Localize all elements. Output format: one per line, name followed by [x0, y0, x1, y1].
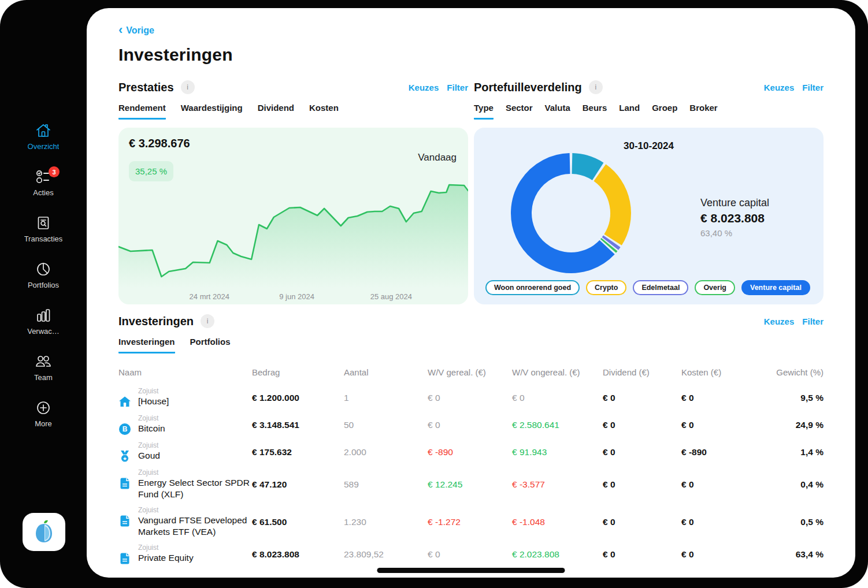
- table-row[interactable]: B Zojuist Bitcoin € 3.148.541 50 € 0 € 2…: [118, 411, 824, 438]
- asset-updated-label: Zojuist: [138, 441, 160, 449]
- allocation-donut-chart[interactable]: [507, 150, 635, 277]
- investments-table: Naam Bedrag Aantal W/V gereal. (€) W/V o…: [118, 362, 824, 568]
- svg-text:B: B: [123, 425, 128, 433]
- legend-chip-edelmetaal[interactable]: Edelmetaal: [633, 280, 688, 295]
- cell-gewicht: 24,9 %: [770, 420, 824, 430]
- sidebar-item-label: Acties: [33, 188, 53, 197]
- col-dividend: Dividend (€): [603, 367, 681, 377]
- medal-icon: ★: [118, 450, 131, 463]
- allocation-chart-card: 30-10-2024 Venture capital € 8.023.808 6…: [474, 128, 824, 304]
- tab-rendement[interactable]: Rendement: [118, 103, 166, 120]
- cell-bedrag: € 47.120: [252, 479, 344, 490]
- selected-slice-label: Venture capital: [700, 197, 769, 209]
- table-header: Naam Bedrag Aantal W/V gereal. (€) W/V o…: [118, 362, 824, 384]
- sidebar: Overzicht 3 Acties: [0, 0, 87, 588]
- legend-chip-venture-capital[interactable]: Venture capital: [741, 280, 810, 295]
- back-button[interactable]: ‹ Vorige: [118, 25, 154, 36]
- asset-name: Private Equity: [138, 552, 194, 564]
- sidebar-item-acties[interactable]: 3 Acties: [0, 159, 87, 206]
- donut-slice: [608, 244, 609, 245]
- table-row[interactable]: Zojuist Energy Select Sector SPDR Fund (…: [118, 466, 824, 503]
- table-row[interactable]: Zojuist Vanguard FTSE Developed Markets …: [118, 503, 824, 541]
- cell-wv-ongereal: € 0: [512, 393, 603, 403]
- range-label[interactable]: Vandaag: [418, 152, 457, 163]
- app-logo[interactable]: [23, 513, 65, 551]
- tab-broker[interactable]: Broker: [689, 103, 717, 120]
- tab-investeringen[interactable]: Investeringen: [118, 337, 175, 353]
- sidebar-item-label: Portfolios: [28, 281, 59, 289]
- team-icon: [34, 353, 53, 370]
- tab-waardestijging[interactable]: Waardestijging: [181, 103, 243, 120]
- info-icon[interactable]: [181, 80, 195, 94]
- tab-portfolios[interactable]: Portfolios: [190, 337, 231, 353]
- cell-bedrag: € 8.023.808: [252, 549, 344, 560]
- col-bedrag: Bedrag: [252, 367, 344, 377]
- legend-chip-overig[interactable]: Overig: [695, 280, 735, 295]
- section-title-verdeling: Portefuilleverdeling: [474, 81, 582, 94]
- keuzes-link[interactable]: Keuzes: [764, 317, 795, 326]
- sidebar-item-overzicht[interactable]: Overzicht: [0, 113, 87, 159]
- notification-badge: 3: [49, 166, 60, 177]
- investeringen-section: Investeringen Keuzes Filter Investeringe…: [118, 312, 824, 568]
- x-axis-label: 9 jun 2024: [279, 292, 314, 301]
- sidebar-item-label: Transacties: [24, 235, 63, 243]
- asset-name: Goud: [138, 450, 160, 462]
- legend-chip-woon-onroerend-goed[interactable]: Woon onroerend goed: [485, 280, 580, 295]
- cell-dividend: € 0: [603, 549, 681, 560]
- cell-gewicht: 63,4 %: [770, 549, 824, 560]
- filter-link[interactable]: Filter: [802, 83, 824, 92]
- info-icon[interactable]: [201, 314, 214, 328]
- col-gewicht: Gewicht (%): [770, 367, 824, 377]
- sidebar-item-portfolios[interactable]: Portfolios: [0, 252, 87, 298]
- keuzes-link[interactable]: Keuzes: [409, 83, 439, 92]
- sidebar-item-transacties[interactable]: Transacties: [0, 206, 87, 252]
- home-indicator[interactable]: [377, 568, 565, 573]
- cell-kosten: € 0: [681, 517, 770, 527]
- tab-dividend[interactable]: Dividend: [258, 103, 294, 120]
- cell-dividend: € 0: [603, 479, 681, 490]
- table-row[interactable]: ★ Zojuist Goud € 175.632 2.000 € -890 € …: [118, 438, 824, 466]
- performance-chart-card: € 3.298.676 Vandaag 35,25 % 24 mrt 2024 …: [118, 128, 468, 304]
- cell-aantal: 50: [344, 420, 428, 430]
- sidebar-item-label: More: [35, 419, 52, 428]
- cell-gewicht: 1,4 %: [770, 447, 824, 457]
- sidebar-item-label: Team: [34, 373, 53, 382]
- sidebar-item-team[interactable]: Team: [0, 344, 87, 390]
- donut-slice: [572, 163, 598, 172]
- cell-gewicht: 0,5 %: [770, 517, 824, 527]
- filter-link[interactable]: Filter: [802, 317, 824, 326]
- filter-link[interactable]: Filter: [447, 83, 468, 92]
- prestaties-section: Prestaties Keuzes Filter Rendement Waard…: [118, 79, 468, 304]
- tab-beurs[interactable]: Beurs: [583, 103, 607, 120]
- transactions-search-icon: [35, 215, 52, 231]
- cell-wv-ongereal: € 91.943: [512, 447, 603, 457]
- tab-sector[interactable]: Sector: [506, 103, 533, 120]
- tab-valuta[interactable]: Valuta: [545, 103, 570, 120]
- table-row[interactable]: Zojuist [House] € 1.200.000 1 € 0 € 0 € …: [118, 384, 824, 411]
- performance-line-chart[interactable]: [118, 178, 468, 288]
- bitcoin-icon: B: [118, 423, 131, 436]
- sidebar-item-label: Overzicht: [28, 142, 60, 151]
- tab-land[interactable]: Land: [619, 103, 640, 120]
- x-axis-label: 24 mrt 2024: [190, 292, 229, 301]
- tab-kosten[interactable]: Kosten: [309, 103, 339, 120]
- donut-slice: [610, 241, 612, 244]
- sidebar-item-more[interactable]: More: [0, 390, 87, 437]
- keuzes-link[interactable]: Keuzes: [764, 83, 795, 92]
- asset-name: [House]: [138, 396, 169, 407]
- table-row[interactable]: Zojuist Private Equity € 8.023.808 23.80…: [118, 541, 824, 568]
- tab-groep[interactable]: Groep: [652, 103, 677, 120]
- cell-wv-gereal: € 12.245: [428, 479, 512, 490]
- selected-slice-value: € 8.023.808: [700, 211, 769, 225]
- sidebar-item-verwachting[interactable]: Verwac…: [0, 298, 87, 344]
- tab-type[interactable]: Type: [474, 103, 494, 120]
- cell-wv-ongereal: € -1.048: [512, 517, 603, 527]
- prestaties-tabs: Rendement Waardestijging Dividend Kosten: [118, 103, 468, 120]
- cell-kosten: € -890: [681, 447, 770, 457]
- cell-kosten: € 0: [681, 420, 770, 430]
- col-wv-gereal: W/V gereal. (€): [428, 367, 512, 377]
- col-kosten: Kosten (€): [681, 367, 770, 377]
- info-icon[interactable]: [589, 80, 603, 94]
- asset-name: Energy Select Sector SPDR Fund (XLF): [138, 477, 252, 500]
- legend-chip-crypto[interactable]: Crypto: [586, 280, 626, 295]
